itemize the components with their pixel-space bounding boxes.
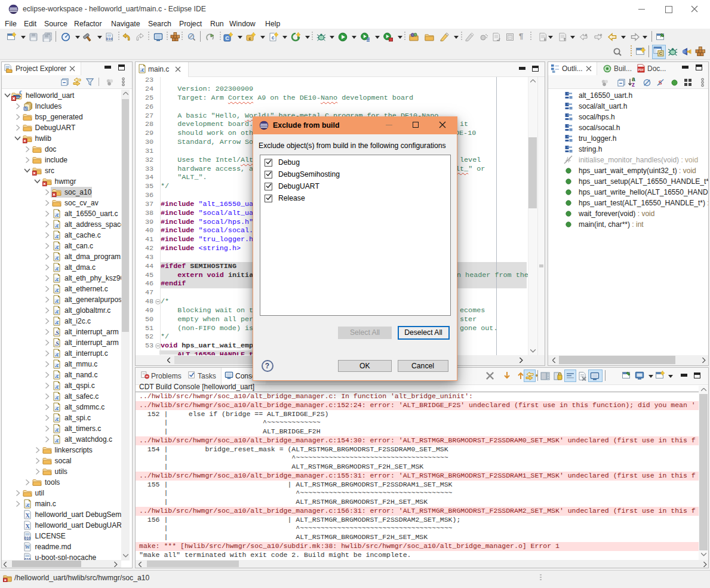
svg-text:C: C bbox=[659, 51, 663, 56]
svg-text:c: c bbox=[249, 36, 251, 41]
svg-text:c: c bbox=[272, 35, 275, 41]
svg-text:010: 010 bbox=[106, 36, 113, 41]
svg-text:.c: .c bbox=[140, 66, 145, 73]
svg-text:PDF: PDF bbox=[638, 68, 644, 72]
svg-text:C: C bbox=[226, 35, 230, 41]
